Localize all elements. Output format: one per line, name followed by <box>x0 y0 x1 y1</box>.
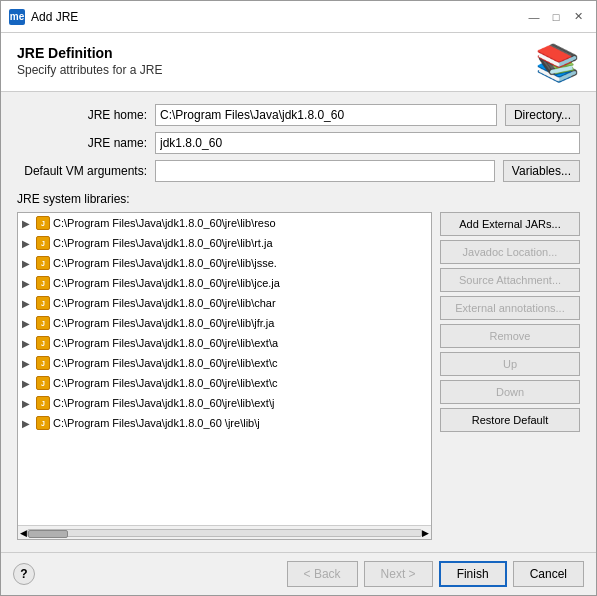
jar-icon: J <box>36 396 50 410</box>
lib-path: C:\Program Files\Java\jdk1.8.0_60\jre\li… <box>53 277 280 289</box>
add-jre-dialog: me Add JRE — □ ✕ JRE Definition Specify … <box>0 0 597 596</box>
expand-icon: ▶ <box>22 338 34 349</box>
scroll-left-btn[interactable]: ◀ <box>20 528 27 538</box>
vm-args-label: Default VM arguments: <box>17 164 147 178</box>
next-button[interactable]: Next > <box>364 561 433 587</box>
expand-icon: ▶ <box>22 378 34 389</box>
horizontal-scrollbar[interactable]: ◀ ▶ <box>18 525 431 539</box>
minimize-button[interactable]: — <box>524 7 544 27</box>
lib-path: C:\Program Files\Java\jdk1.8.0_60\jre\li… <box>53 297 276 309</box>
titlebar: me Add JRE — □ ✕ <box>1 1 596 33</box>
jar-icon: J <box>36 256 50 270</box>
expand-icon: ▶ <box>22 298 34 309</box>
jre-name-input[interactable] <box>155 132 580 154</box>
header-icon: 📚 <box>535 45 580 81</box>
list-item[interactable]: ▶ J C:\Program Files\Java\jdk1.8.0_60\jr… <box>18 273 431 293</box>
jar-icon: J <box>36 296 50 310</box>
variables-button[interactable]: Variables... <box>503 160 580 182</box>
scroll-track <box>27 529 422 537</box>
libraries-area: ▶ J C:\Program Files\Java\jdk1.8.0_60\jr… <box>17 212 580 540</box>
remove-button[interactable]: Remove <box>440 324 580 348</box>
cancel-button[interactable]: Cancel <box>513 561 584 587</box>
footer: ? < Back Next > Finish Cancel <box>1 552 596 595</box>
expand-icon: ▶ <box>22 278 34 289</box>
vm-args-input[interactable] <box>155 160 495 182</box>
expand-icon: ▶ <box>22 358 34 369</box>
close-button[interactable]: ✕ <box>568 7 588 27</box>
library-action-buttons: Add External JARs... Javadoc Location...… <box>440 212 580 540</box>
up-button[interactable]: Up <box>440 352 580 376</box>
header-section: JRE Definition Specify attributes for a … <box>1 33 596 92</box>
restore-default-button[interactable]: Restore Default <box>440 408 580 432</box>
expand-icon: ▶ <box>22 238 34 249</box>
maximize-button[interactable]: □ <box>546 7 566 27</box>
content-area: JRE home: Directory... JRE name: Default… <box>1 92 596 552</box>
expand-icon: ▶ <box>22 258 34 269</box>
jar-icon: J <box>36 316 50 330</box>
expand-icon: ▶ <box>22 418 34 429</box>
list-item[interactable]: ▶ J C:\Program Files\Java\jdk1.8.0_60\jr… <box>18 313 431 333</box>
jar-icon: J <box>36 416 50 430</box>
finish-button[interactable]: Finish <box>439 561 507 587</box>
lib-path: C:\Program Files\Java\jdk1.8.0_60\jre\li… <box>53 337 278 349</box>
jar-icon: J <box>36 236 50 250</box>
list-item[interactable]: ▶ J C:\Program Files\Java\jdk1.8.0_60\jr… <box>18 233 431 253</box>
scroll-thumb[interactable] <box>28 530 68 538</box>
list-item[interactable]: ▶ J C:\Program Files\Java\jdk1.8.0_60\jr… <box>18 213 431 233</box>
header-subtitle: Specify attributes for a JRE <box>17 63 162 77</box>
lib-path: C:\Program Files\Java\jdk1.8.0_60\jre\li… <box>53 237 272 249</box>
titlebar-controls: — □ ✕ <box>524 7 588 27</box>
expand-icon: ▶ <box>22 218 34 229</box>
list-item[interactable]: ▶ J C:\Program Files\Java\jdk1.8.0_60 \j… <box>18 413 431 433</box>
jar-icon: J <box>36 276 50 290</box>
scroll-right-btn[interactable]: ▶ <box>422 528 429 538</box>
list-item[interactable]: ▶ J C:\Program Files\Java\jdk1.8.0_60\jr… <box>18 293 431 313</box>
lib-path: C:\Program Files\Java\jdk1.8.0_60\jre\li… <box>53 257 277 269</box>
vm-args-row: Default VM arguments: Variables... <box>17 160 580 182</box>
jre-home-row: JRE home: Directory... <box>17 104 580 126</box>
lib-path: C:\Program Files\Java\jdk1.8.0_60\jre\li… <box>53 317 274 329</box>
libraries-label: JRE system libraries: <box>17 192 580 206</box>
list-item[interactable]: ▶ J C:\Program Files\Java\jdk1.8.0_60\jr… <box>18 353 431 373</box>
dialog-title: Add JRE <box>31 10 78 24</box>
jar-icon: J <box>36 336 50 350</box>
header-text: JRE Definition Specify attributes for a … <box>17 45 162 77</box>
expand-icon: ▶ <box>22 318 34 329</box>
jre-name-label: JRE name: <box>17 136 147 150</box>
add-external-jars-button[interactable]: Add External JARs... <box>440 212 580 236</box>
jre-home-label: JRE home: <box>17 108 147 122</box>
jar-icon: J <box>36 216 50 230</box>
jre-name-row: JRE name: <box>17 132 580 154</box>
down-button[interactable]: Down <box>440 380 580 404</box>
list-item[interactable]: ▶ J C:\Program Files\Java\jdk1.8.0_60\jr… <box>18 393 431 413</box>
jar-icon: J <box>36 376 50 390</box>
javadoc-location-button[interactable]: Javadoc Location... <box>440 240 580 264</box>
source-attachment-button[interactable]: Source Attachment... <box>440 268 580 292</box>
external-annotations-button[interactable]: External annotations... <box>440 296 580 320</box>
footer-right: < Back Next > Finish Cancel <box>287 561 584 587</box>
footer-left: ? <box>13 563 35 585</box>
list-item[interactable]: ▶ J C:\Program Files\Java\jdk1.8.0_60\jr… <box>18 373 431 393</box>
directory-button[interactable]: Directory... <box>505 104 580 126</box>
jar-icon: J <box>36 356 50 370</box>
list-item[interactable]: ▶ J C:\Program Files\Java\jdk1.8.0_60\jr… <box>18 253 431 273</box>
help-button[interactable]: ? <box>13 563 35 585</box>
lib-path: C:\Program Files\Java\jdk1.8.0_60\jre\li… <box>53 357 277 369</box>
header-title: JRE Definition <box>17 45 162 61</box>
jre-home-input[interactable] <box>155 104 497 126</box>
lib-path: C:\Program Files\Java\jdk1.8.0_60\jre\li… <box>53 217 276 229</box>
back-button[interactable]: < Back <box>287 561 358 587</box>
lib-path: C:\Program Files\Java\jdk1.8.0_60\jre\li… <box>53 377 277 389</box>
libraries-list[interactable]: ▶ J C:\Program Files\Java\jdk1.8.0_60\jr… <box>18 213 431 525</box>
list-item[interactable]: ▶ J C:\Program Files\Java\jdk1.8.0_60\jr… <box>18 333 431 353</box>
lib-path: C:\Program Files\Java\jdk1.8.0_60 \jre\l… <box>53 417 260 429</box>
app-icon: me <box>9 9 25 25</box>
expand-icon: ▶ <box>22 398 34 409</box>
titlebar-left: me Add JRE <box>9 9 78 25</box>
lib-path: C:\Program Files\Java\jdk1.8.0_60\jre\li… <box>53 397 274 409</box>
